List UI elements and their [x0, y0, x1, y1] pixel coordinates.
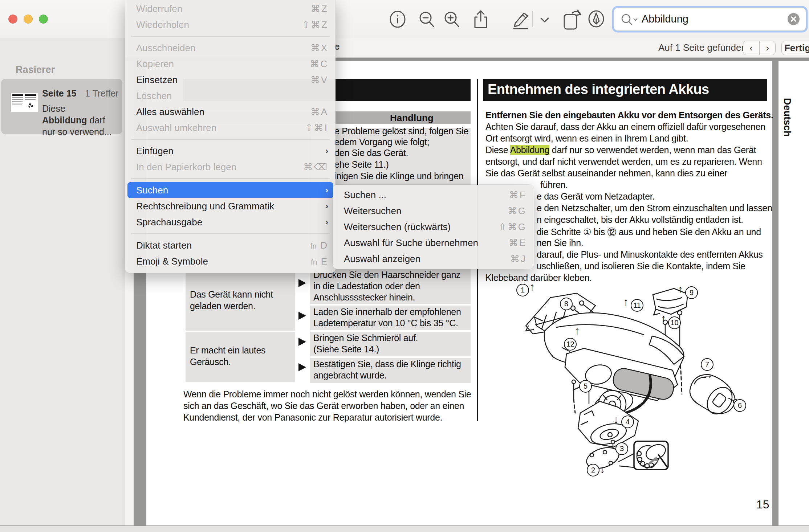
submenu-item-suchen-[interactable]: Suchen ...⌘F — [335, 187, 532, 203]
problem-cell-line: Geräusch. — [190, 357, 231, 367]
action-cell-line: Drücken Sie den Haarschneider ganz — [313, 270, 460, 280]
submenu-item-auswahl-für-suche-übernehmen[interactable]: Auswahl für Suche übernehmen⌘E — [335, 235, 532, 251]
page-bottom-edge — [0, 525, 809, 532]
diagram-callout-5: 5 — [579, 380, 592, 393]
context-menu-item-diktat-starten[interactable]: Diktat startenfn D — [127, 237, 333, 253]
submenu-item-label: Weitersuchen — [344, 205, 508, 217]
table-obscured-line: edem Vorgang wie folgt; — [334, 137, 429, 147]
search-result-item[interactable]: Seite 15 1 Treffer Diese Abbildung darf … — [1, 79, 122, 134]
diagram-arrow-icon: ↑ — [529, 281, 535, 293]
context-menu-item-in-den-papierkorb-legen[interactable]: In den Papierkorb legen⌘⌫ — [127, 159, 333, 175]
shortcut-hint: ⇧⌘I — [305, 122, 328, 134]
footer-line: Kundendienst, der von Panasonic zur Repa… — [183, 412, 442, 423]
thumbnail-diagram — [27, 101, 35, 109]
diagram-callout-6: 6 — [733, 399, 746, 412]
zoom-button[interactable] — [39, 15, 48, 24]
body-text-line: Diese Abbildung darf nur so verwendet we… — [485, 145, 756, 155]
context-menu-separator — [127, 136, 333, 143]
context-menu-item-alles-auswählen[interactable]: Alles auswählen⌘A — [127, 104, 333, 120]
shortcut-hint: ⌘X — [310, 42, 328, 54]
action-cell-line: Bringen Sie Schmieröl auf. — [313, 333, 418, 343]
zoom-in-icon[interactable] — [443, 11, 461, 28]
shortcut-hint: ⌘E — [509, 237, 527, 249]
find-previous-button[interactable]: ‹ — [743, 41, 759, 55]
submenu-item-weitersuchen-rückwärts-[interactable]: Weitersuchen (rückwärts)⇧⌘G — [335, 219, 532, 235]
action-cell-line: in die Ladestation oder den — [313, 281, 420, 291]
table-header-handlung: Handlung — [390, 112, 434, 124]
find-result-count: Auf 1 Seite gefunden — [658, 42, 747, 53]
context-menu-item-label: Löschen — [136, 90, 328, 102]
context-menu-item-rechtschreibung-und-grammatik[interactable]: Rechtschreibung und Grammatik› — [127, 198, 333, 214]
clear-search-icon[interactable] — [788, 13, 800, 25]
diagram-arrow-icon: ↑ — [623, 296, 629, 308]
sidebar-section-label: Rasierer — [16, 64, 55, 75]
context-menu-separator — [127, 230, 333, 237]
body-text-line: e den Netzschalter, um den Strom einzusc… — [537, 203, 772, 213]
close-button[interactable] — [8, 15, 17, 24]
minimize-button[interactable] — [24, 15, 33, 24]
context-menu-item-label: Diktat starten — [136, 240, 310, 251]
find-done-button[interactable]: Fertig — [781, 41, 809, 55]
zoom-out-icon[interactable] — [418, 11, 436, 28]
search-input-value[interactable]: Abbildung — [642, 13, 688, 25]
info-icon[interactable] — [389, 11, 406, 28]
language-side-tab: Deutsch — [781, 98, 793, 137]
pen-nib-icon[interactable] — [588, 10, 606, 28]
context-menu-item-emoji-symbole[interactable]: Emoji & Symbolefn E — [127, 253, 333, 269]
table-obscured-line: inigen Sie die Klinge und bringen — [334, 171, 464, 181]
context-menu-item-auswahl-umkehren[interactable]: Auswahl umkehren⇧⌘I — [127, 120, 333, 136]
table-obscured-line: den Sie das Gerät. — [334, 148, 408, 158]
action-cell-line: Laden Sie innerhalb der empfohlenen — [313, 307, 461, 317]
shortcut-hint: ⌘F — [509, 189, 527, 201]
search-hit-highlight: Abbildung — [510, 145, 550, 155]
body-text-line: n eingeschaltet, bis der Akku vollständi… — [537, 214, 743, 225]
body-text-line: die Schritte ① bis ⑫ aus und heben Sie d… — [537, 226, 761, 238]
context-menu-item-kopieren[interactable]: Kopieren⌘C — [127, 56, 333, 72]
action-arrow-icon — [298, 363, 306, 371]
share-icon[interactable] — [472, 9, 490, 30]
action-cell: Laden Sie innerhalb der empfohlenenLadet… — [310, 306, 471, 330]
context-menu-item-ausschneiden[interactable]: Ausschneiden⌘X — [127, 40, 333, 56]
body-text-line: nen Sie ihn. — [537, 238, 583, 248]
problem-cell-line: Das Gerät kann nicht — [190, 289, 273, 300]
search-icon — [621, 13, 641, 26]
page-number: 15 — [756, 498, 769, 511]
context-menu-item-wiederholen[interactable]: Wiederholen⇧⌘Z — [127, 17, 333, 33]
suchen-submenu: Suchen ...⌘FWeitersuchen⌘GWeitersuchen (… — [333, 185, 534, 269]
rotate-icon[interactable] — [561, 9, 583, 30]
context-menu-item-löschen[interactable]: Löschen — [127, 88, 333, 104]
page-thumbnail — [11, 93, 38, 112]
submenu-item-auswahl-anzeigen[interactable]: Auswahl anzeigen⌘J — [335, 251, 532, 267]
context-menu-item-einfügen[interactable]: Einfügen› — [127, 143, 333, 159]
context-menu-item-sprachausgabe[interactable]: Sprachausgabe› — [127, 214, 333, 230]
diagram-callout-10: 10 — [668, 316, 681, 329]
problem-cell-line: geladen werden. — [190, 301, 255, 311]
context-menu-item-label: Auswahl umkehren — [136, 122, 305, 134]
submenu-item-weitersuchen[interactable]: Weitersuchen⌘G — [335, 203, 532, 219]
shortcut-hint: ⇧⌘Z — [302, 19, 328, 30]
action-cell-line: Bestätigen Sie, dass die Klinge richtig — [313, 359, 461, 369]
context-menu-item-einsetzen[interactable]: Einsetzen⌘V — [127, 72, 333, 88]
context-menu-item-label: Emoji & Symbole — [136, 256, 311, 267]
context-menu-item-suchen[interactable]: Suchen› — [127, 182, 333, 198]
result-preview-line3: nur so verwend... — [42, 127, 112, 137]
body-text-line: Entfernen Sie den eingebauten Akku vor d… — [485, 110, 773, 120]
body-text-line: uschließen, und isolieren Sie die Kontak… — [537, 261, 745, 271]
action-cell-line: angebracht wurde. — [313, 370, 387, 381]
body-text-line: entsorgt, und darf nicht verwendet werde… — [485, 156, 762, 167]
action-cell: Bringen Sie Schmieröl auf.(Siehe Seite 1… — [310, 332, 471, 356]
diagram-arrow-icon: ↓ — [613, 413, 619, 426]
markup-pencil-icon[interactable] — [510, 9, 530, 30]
chevron-down-icon[interactable] — [539, 16, 550, 24]
search-field[interactable]: Abbildung — [614, 8, 806, 31]
find-next-button[interactable]: › — [759, 41, 776, 55]
result-page-label: Seite 15 — [42, 88, 77, 99]
shortcut-hint: ⇧⌘G — [499, 221, 527, 233]
diagram-callout-3: 3 — [615, 442, 628, 455]
body-text-line: führen. — [540, 180, 568, 190]
context-menu-item-label: Rechtschreibung und Grammatik — [136, 201, 325, 212]
context-menu: Widerrufen⌘ZWiederholen⇧⌘ZAusschneiden⌘X… — [125, 0, 336, 273]
action-arrow-icon — [298, 338, 306, 346]
submenu-item-label: Suchen ... — [344, 189, 509, 201]
context-menu-item-widerrufen[interactable]: Widerrufen⌘Z — [127, 1, 333, 17]
